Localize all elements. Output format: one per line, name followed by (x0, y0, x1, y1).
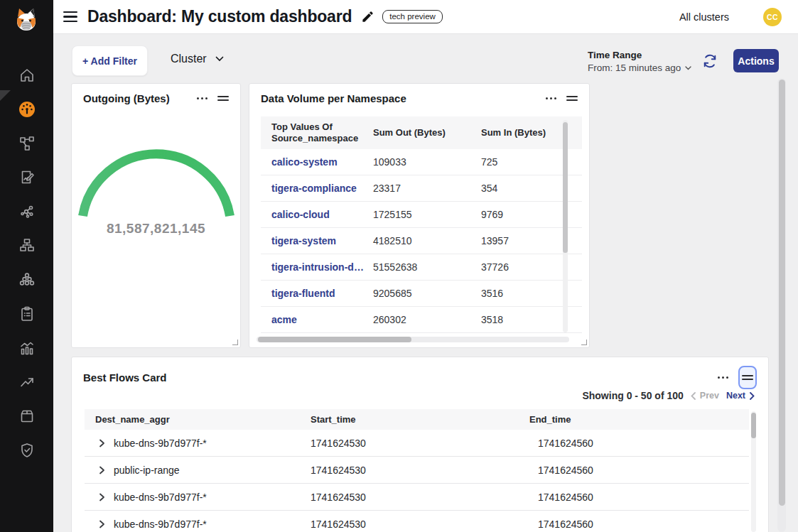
sidebar-item-compliance[interactable] (0, 297, 53, 331)
table-row: calico-system 109033 725 (261, 149, 582, 175)
namespace-link[interactable]: tigera-system (261, 235, 367, 246)
sidebar-item-security[interactable] (0, 433, 53, 467)
pagination: Showing 0 - 50 of 100 Prev Next (582, 390, 755, 401)
menu-toggle-button[interactable] (63, 11, 77, 23)
chevron-right-icon (750, 392, 755, 400)
calico-logo[interactable] (13, 7, 40, 36)
calico-cat-icon (13, 7, 40, 36)
card-title: Best Flows Card (83, 371, 167, 384)
time-range-label: Time Range (588, 50, 691, 60)
table-row[interactable]: kube-dns-9b7d977f-* 1741624530 174162456… (85, 430, 749, 457)
end-time-value: 1741624560 (518, 465, 749, 476)
report-edit-icon (18, 169, 36, 186)
table-body: calico-system 109033 725 tigera-complian… (261, 149, 582, 333)
dest-name-value: public-ip-range (114, 465, 180, 476)
sidebar-item-packages[interactable] (0, 399, 53, 433)
namespace-link[interactable]: tigera-intrusion-d… (261, 261, 367, 273)
column-header: Top Values Of Source_namespace (261, 121, 367, 145)
sidebar-item-network-topology[interactable] (0, 229, 53, 263)
table-row: tigera-system 4182510 13957 (261, 228, 582, 254)
time-range-value[interactable]: From: 15 minutes ago (588, 63, 691, 73)
page-title: Dashboard: My custom dashboard (87, 7, 352, 26)
user-avatar[interactable]: CC (763, 8, 782, 26)
scrollbar-thumb[interactable] (258, 337, 411, 342)
card-menu-icon[interactable] (546, 94, 556, 102)
sidebar-item-threat-feeds[interactable] (0, 195, 53, 229)
clipboard-icon (18, 305, 36, 322)
card-drag-handle-focused[interactable] (738, 366, 757, 389)
table-row: calico-cloud 1725155 9769 (261, 202, 582, 228)
expand-row-chevron-icon[interactable] (99, 466, 105, 474)
table-row[interactable]: kube-dns-9b7d977f-* 1741624530 174162456… (85, 511, 749, 532)
dashboard-gauge-icon (18, 100, 36, 119)
table-body: kube-dns-9b7d977f-* 1741624530 174162456… (85, 430, 749, 532)
box-icon (18, 408, 36, 425)
card-menu-icon[interactable] (197, 94, 207, 102)
app-root: Dashboard: My custom dashboard tech prev… (0, 0, 798, 532)
namespace-link[interactable]: calico-cloud (261, 209, 367, 220)
best-flows-table: Dest_name_aggr Start_time End_time kube-… (85, 409, 749, 532)
chart-line-bars-icon (18, 340, 36, 357)
expand-row-chevron-icon[interactable] (99, 439, 105, 447)
card-drag-handle-icon[interactable] (566, 94, 578, 104)
expand-row-chevron-icon[interactable] (99, 520, 105, 528)
sidebar (0, 0, 53, 532)
add-filter-button[interactable]: + Add Filter (72, 45, 148, 76)
edit-dashboard-icon[interactable] (361, 10, 374, 23)
table-row: tigera-compliance 23317 354 (261, 175, 582, 202)
time-range-control: Time Range From: 15 minutes ago (588, 50, 691, 73)
next-page-button[interactable]: Next (726, 391, 755, 401)
namespace-link[interactable]: tigera-compliance (261, 183, 367, 194)
refresh-button[interactable] (701, 53, 718, 70)
page-scrollbar (777, 78, 786, 532)
table-header-row: Top Values Of Source_namespace Sum Out (… (261, 116, 582, 149)
trending-up-icon (18, 374, 36, 391)
sidebar-item-service-graph[interactable] (0, 126, 53, 161)
scrollbar-thumb[interactable] (751, 413, 756, 438)
best-flows-card: Best Flows Card Showing 0 - 50 of 100 Pr… (71, 357, 769, 532)
sidebar-item-endpoints[interactable] (0, 263, 53, 297)
table-row: tigera-fluentd 9205685 3516 (261, 281, 582, 307)
card-resize-handle[interactable] (579, 337, 589, 347)
sum-out-value: 109033 (367, 156, 474, 168)
home-icon (18, 67, 36, 84)
cluster-dropdown[interactable]: Cluster (171, 53, 224, 65)
service-graph-icon (18, 135, 36, 152)
dest-name-value: kube-dns-9b7d977f-* (114, 519, 207, 530)
start-time-value: 1741624530 (298, 465, 518, 476)
scrollbar-thumb[interactable] (563, 122, 568, 253)
sidebar-item-statistics[interactable] (0, 331, 53, 365)
table-row: acme 260302 3518 (261, 307, 582, 333)
table-row[interactable]: kube-dns-9b7d977f-* 1741624530 174162456… (85, 484, 749, 511)
column-header: End_time (518, 414, 749, 425)
end-time-value: 1741624560 (518, 519, 749, 530)
sum-out-value: 51552638 (367, 261, 474, 273)
table-row[interactable]: public-ip-range 1741624530 1741624560 (85, 457, 749, 484)
sidebar-item-dashboards[interactable] (0, 92, 53, 126)
sidebar-item-trends[interactable] (0, 365, 53, 399)
sidebar-item-reports[interactable] (0, 161, 53, 195)
prev-page-button[interactable]: Prev (691, 391, 719, 401)
start-time-value: 1741624530 (298, 492, 518, 503)
card-drag-handle-icon[interactable] (217, 94, 229, 104)
column-header: Sum Out (Bytes) (367, 127, 474, 139)
expand-row-chevron-icon[interactable] (99, 493, 105, 501)
cluster-scope-selector[interactable]: All clusters (679, 11, 729, 23)
actions-button[interactable]: Actions (733, 49, 779, 72)
card-resize-handle[interactable] (230, 337, 240, 347)
sum-out-value: 9205685 (367, 288, 474, 299)
table-header-row: Dest_name_aggr Start_time End_time (85, 409, 749, 430)
chevron-down-icon (685, 66, 691, 70)
card-drag-handle-icon (742, 375, 753, 381)
namespace-link[interactable]: calico-system (261, 156, 367, 168)
namespace-link[interactable]: acme (261, 314, 367, 325)
table-row: tigera-intrusion-d… 51552638 37726 (261, 254, 582, 281)
page-scrollbar-thumb[interactable] (779, 80, 785, 506)
card-menu-icon[interactable] (718, 374, 728, 381)
chevron-left-icon (691, 392, 696, 400)
sum-out-value: 260302 (367, 314, 474, 325)
cluster-dropdown-label: Cluster (171, 53, 207, 65)
cluster-circles-icon (18, 271, 36, 288)
sidebar-item-home[interactable] (0, 58, 53, 92)
namespace-link[interactable]: tigera-fluentd (261, 288, 367, 299)
